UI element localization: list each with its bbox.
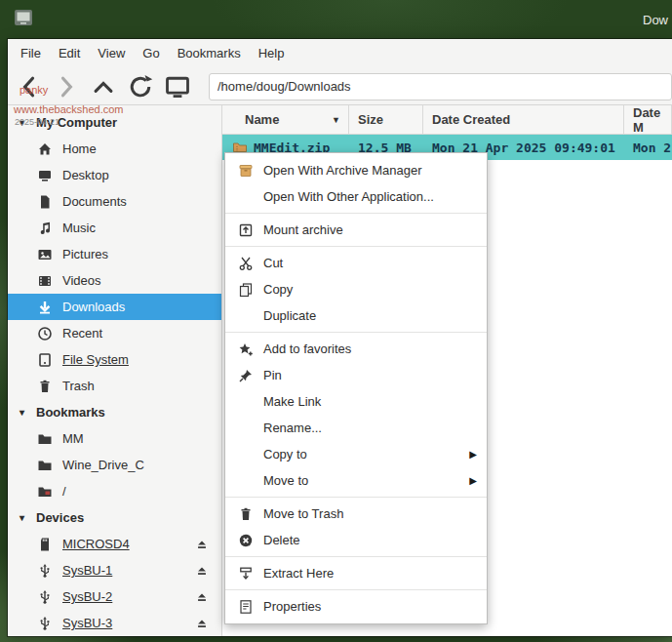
eject-button[interactable] — [195, 590, 209, 604]
music-icon — [37, 221, 53, 236]
menu-item-properties[interactable]: Properties — [225, 593, 487, 620]
menu-item-add-to-favorites[interactable]: Add to favorites — [225, 336, 487, 362]
menu-item-make-link[interactable]: Make Link — [225, 388, 487, 415]
menu-item-pin[interactable]: Pin — [225, 362, 487, 388]
refresh-button[interactable] — [125, 73, 156, 100]
sidebar-item-label: Recent — [62, 326, 102, 341]
sidebar-item-microsd4[interactable]: MICROSD4 — [8, 531, 221, 557]
cut-icon — [237, 256, 255, 271]
menu-bookmarks[interactable]: Bookmarks — [169, 39, 250, 68]
chevron-up-icon — [88, 73, 119, 100]
app-mini-icon[interactable] — [14, 8, 33, 27]
sidebar-section-label: Devices — [36, 510, 84, 525]
sidebar-item-file-system[interactable]: File System — [8, 346, 221, 373]
usb-icon — [37, 616, 53, 631]
sidebar-section-bookmarks[interactable]: ▾ Bookmarks — [8, 399, 221, 425]
eject-button[interactable] — [195, 538, 209, 551]
usb-icon — [37, 563, 53, 579]
menu-separator — [225, 497, 487, 498]
sidebar-item-sysbu-3[interactable]: SysBU-3 — [8, 610, 221, 636]
watermark-user: panky — [20, 84, 48, 96]
documents-icon — [37, 194, 53, 210]
sidebar-item-home[interactable]: Home — [8, 136, 221, 162]
folder-icon — [37, 458, 53, 473]
sidebar-item-mm[interactable]: MM — [8, 425, 221, 452]
expander-icon[interactable]: ▾ — [20, 407, 29, 418]
sidebar-item-label: MICROSD4 — [62, 537, 130, 551]
up-button[interactable] — [88, 73, 119, 100]
menu-item-move-to[interactable]: Move to ▶ — [225, 467, 487, 494]
menu-item-copy[interactable]: Copy — [225, 276, 487, 302]
sidebar-item-downloads[interactable]: Downloads — [8, 294, 221, 320]
eject-button[interactable] — [195, 564, 209, 578]
menu-item-open-with-archive-manager[interactable]: Open With Archive Manager — [225, 157, 487, 183]
sidebar-section-devices[interactable]: ▾ Devices — [8, 504, 221, 531]
sidebar-item-sysbu-1[interactable]: SysBU-1 — [8, 557, 221, 583]
eject-icon — [195, 617, 209, 630]
toggle-view-button[interactable] — [162, 73, 193, 100]
sort-descending-icon: ▼ — [332, 115, 340, 125]
folder-icon — [37, 431, 53, 447]
sidebar-item-label: Pictures — [62, 247, 108, 261]
menu-item-copy-to[interactable]: Copy to ▶ — [225, 441, 487, 467]
forward-button[interactable] — [51, 73, 82, 100]
sidebar-item-label: SysBU-2 — [62, 589, 112, 604]
column-header-size[interactable]: Size — [349, 105, 423, 134]
sidebar-item-desktop[interactable]: Desktop — [8, 162, 221, 188]
menu-item-move-to-trash[interactable]: Move to Trash — [225, 501, 487, 527]
menu-edit[interactable]: Edit — [50, 39, 89, 68]
sidebar-item-recent[interactable]: Recent — [8, 320, 221, 346]
path-input[interactable] — [209, 73, 672, 100]
sidebar-item-label: Documents — [62, 194, 127, 209]
menu-item-duplicate[interactable]: Duplicate — [225, 302, 487, 329]
delete-icon — [237, 533, 255, 548]
pin-icon — [237, 368, 255, 383]
column-header-name[interactable]: Name ▼ — [222, 105, 349, 134]
menu-item-delete[interactable]: Delete — [225, 527, 487, 553]
menu-item-mount-archive[interactable]: Mount archive — [225, 217, 487, 243]
sidebar-item-label: MM — [62, 431, 84, 446]
filesystem-icon — [37, 352, 53, 368]
refresh-icon — [125, 73, 156, 100]
window-title-fragment: Dow — [643, 13, 668, 27]
menu-file[interactable]: File — [12, 39, 50, 68]
pictures-icon — [37, 247, 53, 262]
sidebar-item-root[interactable]: / — [8, 478, 221, 504]
sidebar-item-trash[interactable]: Trash — [8, 373, 221, 399]
sidebar-item-label: Videos — [62, 273, 101, 288]
sidebar-item-sysbu-2[interactable]: SysBU-2 — [8, 583, 221, 610]
menu-separator — [225, 556, 487, 557]
menubar: File Edit View Go Bookmarks Help — [8, 39, 672, 68]
sidebar-item-documents[interactable]: Documents — [8, 188, 221, 215]
menu-item-open-with-other-application[interactable]: Open With Other Application... — [225, 183, 487, 210]
eject-icon — [195, 564, 209, 578]
sidebar-item-videos[interactable]: Videos — [8, 267, 221, 294]
column-header-date-modified[interactable]: Date M — [624, 105, 672, 134]
menu-separator — [225, 246, 487, 247]
chevron-right-icon — [51, 73, 82, 100]
toolbar — [8, 68, 672, 105]
extract-icon — [237, 566, 255, 582]
sidebar-item-label: Home — [62, 141, 97, 156]
menu-item-cut[interactable]: Cut — [225, 250, 487, 276]
sidebar-item-pictures[interactable]: Pictures — [8, 241, 221, 267]
menu-separator — [225, 332, 487, 333]
sidebar-item-wine-drive-c[interactable]: Wine_Drive_C — [8, 452, 221, 478]
menu-item-extract-here[interactable]: Extract Here — [225, 560, 487, 586]
menu-item-rename[interactable]: Rename... — [225, 415, 487, 441]
copy-icon — [237, 282, 255, 298]
submenu-arrow-icon: ▶ — [469, 475, 477, 486]
sidebar-item-label: SysBU-3 — [62, 616, 112, 630]
sidebar-item-label: Downloads — [62, 300, 125, 314]
column-header-date-created[interactable]: Date Created — [423, 105, 624, 134]
properties-icon — [237, 599, 255, 615]
trash-icon — [237, 506, 255, 522]
menu-go[interactable]: Go — [134, 39, 168, 68]
menu-view[interactable]: View — [89, 39, 134, 68]
eject-button[interactable] — [195, 617, 209, 630]
expander-icon[interactable]: ▾ — [20, 512, 29, 523]
menu-help[interactable]: Help — [250, 39, 294, 68]
sidebar-item-music[interactable]: Music — [8, 215, 221, 241]
column-headers: Name ▼ Size Date Created Date M — [222, 105, 672, 135]
monitor-icon — [162, 73, 193, 100]
